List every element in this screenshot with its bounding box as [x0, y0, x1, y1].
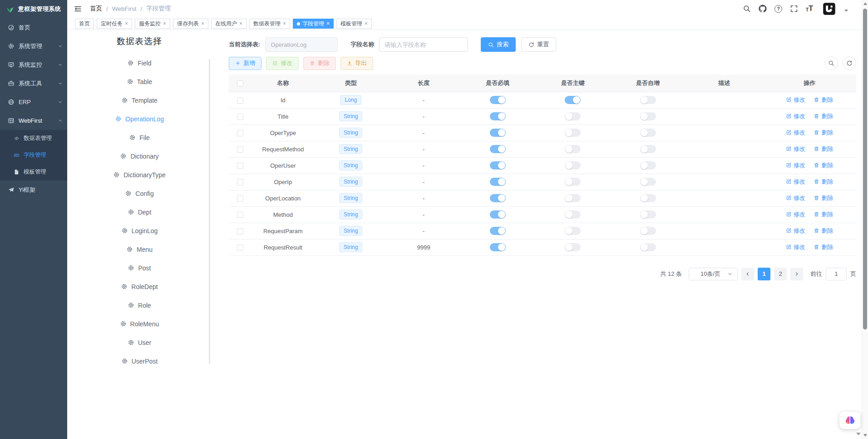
row-checkbox[interactable]: [237, 212, 243, 218]
breadcrumb-home[interactable]: 首页: [90, 5, 102, 13]
tab-service-monitor[interactable]: 服务监控 ×: [135, 19, 170, 29]
auto-increment-toggle[interactable]: [640, 243, 656, 251]
delete-link[interactable]: 删除: [814, 194, 833, 202]
delete-link[interactable]: 删除: [814, 178, 833, 186]
font-size-icon[interactable]: TT: [806, 5, 813, 12]
required-toggle[interactable]: [490, 194, 506, 202]
tree-item-role[interactable]: Role: [67, 296, 212, 314]
primary-key-toggle[interactable]: [565, 227, 581, 235]
required-toggle[interactable]: [490, 96, 506, 104]
close-icon[interactable]: ×: [201, 21, 204, 26]
select-all-checkbox[interactable]: [237, 80, 243, 87]
edit-link[interactable]: 修改: [786, 194, 805, 202]
hamburger-icon[interactable]: [74, 5, 82, 13]
tab-scheduled-tasks[interactable]: 定时任务 ×: [97, 19, 132, 29]
delete-link[interactable]: 删除: [814, 227, 833, 235]
delete-button[interactable]: 删除: [303, 57, 336, 70]
primary-key-toggle[interactable]: [565, 145, 581, 153]
tree-item-field[interactable]: Field: [67, 54, 212, 72]
row-checkbox[interactable]: [237, 163, 243, 169]
sidebar-item-field-management[interactable]: 字段管理: [0, 147, 67, 164]
row-checkbox[interactable]: [237, 195, 243, 202]
edit-link[interactable]: 修改: [786, 145, 805, 153]
row-checkbox[interactable]: [237, 179, 243, 185]
sidebar-item-system-tools[interactable]: 系统工具: [0, 74, 67, 93]
delete-link[interactable]: 删除: [814, 243, 833, 251]
scroll-down-arrow[interactable]: [862, 434, 868, 437]
tab-home[interactable]: 首页: [75, 19, 94, 29]
app-logo[interactable]: 意框架管理系统: [0, 0, 67, 18]
auto-increment-toggle[interactable]: [640, 194, 656, 202]
field-name-input[interactable]: [379, 37, 468, 52]
close-icon[interactable]: ×: [239, 21, 242, 26]
edit-link[interactable]: 修改: [786, 227, 805, 235]
sidebar-item-home[interactable]: 首页: [0, 18, 67, 37]
tree-item-user[interactable]: User: [67, 333, 212, 352]
edit-link[interactable]: 修改: [786, 112, 805, 120]
edit-link[interactable]: 修改: [786, 96, 805, 104]
search-button[interactable]: 搜索: [481, 37, 516, 52]
auto-increment-toggle[interactable]: [640, 178, 656, 186]
tree-item-file[interactable]: File: [67, 128, 212, 147]
auto-increment-toggle[interactable]: [640, 210, 656, 219]
auto-increment-toggle[interactable]: [640, 112, 656, 120]
page-size-select[interactable]: 10条/页: [689, 268, 738, 280]
edit-link[interactable]: 修改: [786, 210, 805, 219]
sidebar-item-webfirst[interactable]: WebFirst: [0, 111, 67, 130]
tree-item-post[interactable]: Post: [67, 259, 212, 277]
primary-key-toggle[interactable]: [565, 161, 581, 170]
auto-increment-toggle[interactable]: [640, 96, 656, 104]
primary-key-toggle[interactable]: [565, 194, 581, 202]
close-icon[interactable]: ×: [163, 21, 166, 26]
required-toggle[interactable]: [490, 178, 506, 186]
reset-button[interactable]: 重置: [521, 37, 556, 52]
edit-link[interactable]: 修改: [786, 178, 805, 186]
auto-increment-toggle[interactable]: [640, 161, 656, 170]
row-checkbox[interactable]: [237, 146, 243, 153]
delete-link[interactable]: 删除: [814, 161, 833, 170]
refresh-table-button[interactable]: [843, 56, 856, 70]
scroll-up-arrow[interactable]: [862, 2, 868, 5]
page-button-2[interactable]: 2: [774, 268, 787, 280]
tab-template-management[interactable]: 模板管理 ×: [336, 19, 372, 29]
primary-key-toggle[interactable]: [565, 96, 581, 104]
sidebar-item-system-monitor[interactable]: 系统监控: [0, 55, 67, 74]
avatar-dropdown-caret[interactable]: [844, 10, 848, 12]
delete-link[interactable]: 删除: [814, 96, 833, 104]
edit-link[interactable]: 修改: [786, 129, 805, 137]
primary-key-toggle[interactable]: [565, 178, 581, 186]
tab-cache-list[interactable]: 缓存列表 ×: [173, 19, 208, 29]
primary-key-toggle[interactable]: [565, 243, 581, 251]
sidebar-item-system-management[interactable]: 系统管理: [0, 37, 67, 55]
assistant-widget[interactable]: [839, 412, 860, 429]
tree-item-menu[interactable]: Menu: [67, 240, 212, 259]
tree-item-userpost[interactable]: UserPost: [67, 352, 212, 370]
add-button[interactable]: 新增: [229, 57, 261, 70]
export-button[interactable]: 导出: [340, 57, 373, 70]
scrollbar-thumb[interactable]: [863, 9, 867, 329]
primary-key-toggle[interactable]: [565, 129, 581, 137]
tree-item-dept[interactable]: Dept: [67, 203, 212, 221]
row-checkbox[interactable]: [237, 97, 243, 104]
tree-item-loginlog[interactable]: LoginLog: [67, 221, 212, 240]
tab-table-management[interactable]: 数据表管理 ×: [249, 19, 290, 29]
show-search-button[interactable]: [824, 56, 838, 70]
tab-field-management[interactable]: 字段管理 ×: [293, 19, 334, 29]
goto-page-input[interactable]: [826, 268, 847, 280]
tree-item-config[interactable]: Config: [67, 184, 212, 203]
widget-collapse-caret[interactable]: [856, 433, 861, 435]
auto-increment-toggle[interactable]: [640, 227, 656, 235]
delete-link[interactable]: 删除: [814, 210, 833, 219]
required-toggle[interactable]: [490, 243, 506, 251]
primary-key-toggle[interactable]: [565, 210, 581, 219]
tree-scrollbar[interactable]: [209, 59, 210, 364]
required-toggle[interactable]: [490, 227, 506, 235]
page-scrollbar[interactable]: [862, 0, 868, 439]
tree-item-roledept[interactable]: RoleDept: [67, 277, 212, 296]
required-toggle[interactable]: [490, 112, 506, 120]
tab-online-users[interactable]: 在线用户 ×: [211, 19, 247, 29]
fullscreen-icon[interactable]: [790, 5, 798, 13]
delete-link[interactable]: 删除: [814, 129, 833, 137]
required-toggle[interactable]: [490, 145, 506, 153]
delete-link[interactable]: 删除: [814, 145, 833, 153]
